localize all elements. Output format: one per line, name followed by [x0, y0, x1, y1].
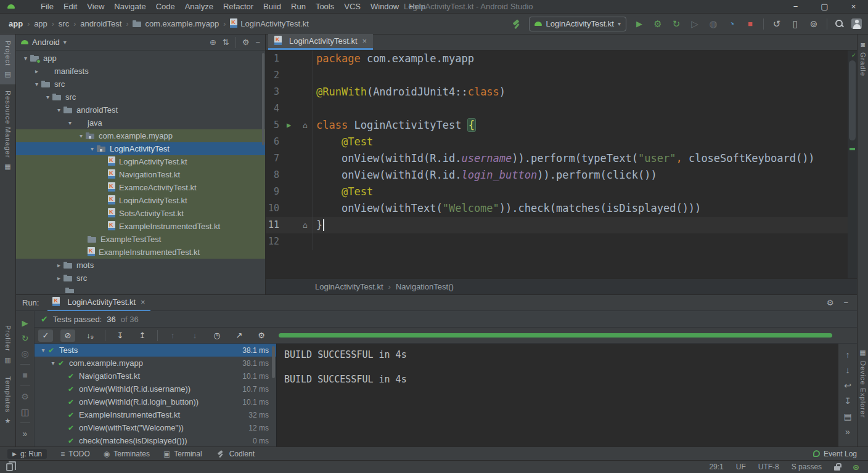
event-log-button[interactable]: Event Log: [813, 450, 857, 458]
fold-marker-icon[interactable]: ⌂: [303, 117, 308, 134]
test-result-row[interactable]: ✔onView(withText("Welcome"))12 ms: [35, 421, 276, 434]
gutter[interactable]: 1: [266, 51, 313, 67]
chevron-right-icon[interactable]: ▸: [54, 262, 63, 269]
tree-item-com-example-myapp[interactable]: ▾com.example.myapp: [16, 129, 265, 142]
toolwindow-todo[interactable]: ≡TODO: [60, 450, 89, 458]
scroll-up-icon[interactable]: ↑: [846, 350, 850, 360]
tree-item-loqinactivitytest-kt[interactable]: LoqinActivityTest.kt: [16, 194, 265, 207]
rerun-failed-tests-icon[interactable]: ↻: [22, 333, 29, 343]
layout-icon[interactable]: ◫: [21, 407, 29, 417]
gear-icon[interactable]: ⚙: [827, 298, 834, 307]
show-passed-icon[interactable]: ✓: [38, 329, 53, 342]
hide-panel-icon[interactable]: −: [255, 38, 260, 47]
toolwindow-g-run[interactable]: ▶g: Run: [7, 449, 47, 459]
soft-wrap-icon[interactable]: ↩: [844, 381, 851, 390]
collapse-all-icon[interactable]: ↥: [135, 329, 150, 342]
gear-icon[interactable]: ⚙: [254, 329, 269, 342]
toggle-auto-test-icon[interactable]: ◎: [21, 349, 28, 358]
test-result-row[interactable]: ✔onView(WithId(R.id.login_button))10.1 m…: [35, 395, 276, 408]
gutter[interactable]: 7: [266, 150, 313, 167]
tool-strip-gradle[interactable]: ◙Gradle: [858, 34, 868, 83]
close-icon[interactable]: ×: [839, 0, 868, 14]
previous-failed-icon[interactable]: ↑: [165, 329, 180, 342]
chevron-down-icon[interactable]: ▾: [48, 360, 58, 366]
print-icon[interactable]: ▤: [843, 411, 851, 421]
status-item-utf-8[interactable]: UTF-8: [758, 463, 779, 471]
window-layout-icon[interactable]: [6, 463, 13, 471]
collapse-all-icon[interactable]: ⇅: [223, 38, 229, 47]
hide-panel-icon[interactable]: −: [843, 298, 848, 307]
tree-item-androidtest[interactable]: ▾androidTest: [16, 103, 265, 116]
more-options-icon[interactable]: »: [23, 429, 28, 439]
gutter[interactable]: 6: [266, 134, 313, 150]
menu-file[interactable]: File: [36, 0, 59, 14]
minimize-icon[interactable]: −: [781, 0, 810, 14]
chevron-down-icon[interactable]: ▾: [65, 119, 75, 126]
toolwindow-terminal[interactable]: ▣Terminal: [163, 450, 202, 458]
gutter[interactable]: 11⌂: [266, 217, 313, 233]
tree-item-exampleinstrumentedtest-kt[interactable]: ExampleInstrumentedTest.kt: [16, 220, 265, 233]
scrollbar[interactable]: [272, 346, 275, 378]
gradle-status-icon[interactable]: ⊛: [853, 463, 859, 472]
chevron-down-icon[interactable]: ▾: [43, 94, 52, 100]
tool-strip-resource-manager[interactable]: Resource Manager▦: [0, 84, 15, 177]
next-failed-icon[interactable]: ↓: [187, 329, 202, 342]
unlock-icon[interactable]: [834, 466, 840, 471]
menu-analyze[interactable]: Analyze: [180, 0, 218, 14]
sdk-manager-icon[interactable]: ⊚: [808, 18, 819, 30]
close-tab-icon[interactable]: ×: [141, 297, 145, 307]
tree-item-mots[interactable]: ▸mots: [16, 259, 265, 272]
sort-by-duration-icon[interactable]: ↓₉: [83, 329, 97, 342]
tree-item-app[interactable]: ▾app: [16, 52, 265, 65]
chevron-right-icon[interactable]: ▸: [54, 275, 63, 281]
editor-scrollbar[interactable]: ✓: [848, 51, 857, 278]
search-icon[interactable]: [835, 19, 844, 28]
gutter[interactable]: 8: [266, 167, 313, 184]
expand-all-icon[interactable]: ↧: [113, 329, 128, 342]
tree-item-src[interactable]: ▾src: [16, 91, 265, 103]
test-result-row[interactable]: ✔NavigationTest.kt10.1 ms: [35, 370, 276, 382]
project-view-selector[interactable]: Android: [32, 38, 60, 47]
menu-run[interactable]: Run: [286, 0, 311, 14]
console-output[interactable]: BUILD SUCCESSFUL in 4s BUILD SUCCESSFUL …: [276, 344, 838, 447]
gutter[interactable]: 4: [266, 100, 313, 117]
tree-item-src[interactable]: ▸src: [16, 272, 265, 285]
menu-refactor[interactable]: Refactor: [218, 0, 258, 14]
tree-item-loginactivitytest-kt[interactable]: LoginActivityTest.kt: [16, 155, 265, 168]
menu-code[interactable]: Code: [151, 0, 180, 14]
status-item-29-1[interactable]: 29:1: [709, 463, 723, 471]
status-item-uf[interactable]: UF: [736, 463, 746, 471]
menu-tools[interactable]: Tools: [311, 0, 339, 14]
breadcrumb-item[interactable]: androidTest: [80, 19, 121, 28]
status-item-s-passes[interactable]: S passes: [792, 463, 822, 471]
scrollbar-thumb[interactable]: [849, 60, 856, 140]
tree-item-exampleinstrumentedtest-kt[interactable]: ExampleInstrumentedTest.kt: [16, 246, 265, 259]
tree-item-loginactivitytest[interactable]: ▾LoginActivityTest: [16, 142, 265, 155]
run-test-icon[interactable]: ▶: [287, 117, 291, 134]
chevron-right-icon[interactable]: ▸: [32, 68, 41, 75]
debug-icon[interactable]: ⚙: [652, 18, 663, 30]
toolwindow-terminates[interactable]: ◉Terminates: [104, 450, 150, 458]
breadcrumb-item[interactable]: com.example.myapp: [133, 19, 219, 28]
gear-icon[interactable]: ⚙: [242, 38, 250, 47]
close-tab-icon[interactable]: ×: [362, 36, 367, 46]
fold-marker-icon[interactable]: ⌂: [303, 217, 308, 233]
tool-strip-profiler[interactable]: Profiler▥: [0, 319, 15, 370]
scroll-down-icon[interactable]: ↓: [846, 365, 850, 375]
tool-strip-device-explorer[interactable]: ▦Device Explorer: [858, 342, 868, 424]
toolwindow-codlent[interactable]: Codlent: [216, 449, 255, 459]
breadcrumb-item[interactable]: app: [9, 19, 23, 28]
sync-project-icon[interactable]: ↺: [771, 18, 782, 30]
test-settings-icon[interactable]: ⚙: [21, 392, 29, 402]
chevron-down-icon[interactable]: ▾: [32, 81, 41, 87]
breadcrumb-item[interactable]: src: [59, 19, 69, 28]
test-result-row[interactable]: ✔onView(WithId(R.id.username))10.7 ms: [35, 382, 276, 395]
show-ignored-icon[interactable]: ⊘: [60, 329, 75, 342]
avatar[interactable]: [851, 18, 862, 29]
locate-file-icon[interactable]: ⊕: [210, 38, 216, 47]
scroll-to-end-icon[interactable]: ↧: [844, 396, 851, 406]
gutter[interactable]: 5▶⌂: [266, 117, 313, 134]
device-manager-icon[interactable]: ▯: [790, 18, 801, 30]
tree-item-src[interactable]: ▾src: [16, 78, 265, 91]
menu-window[interactable]: Window: [366, 0, 404, 14]
